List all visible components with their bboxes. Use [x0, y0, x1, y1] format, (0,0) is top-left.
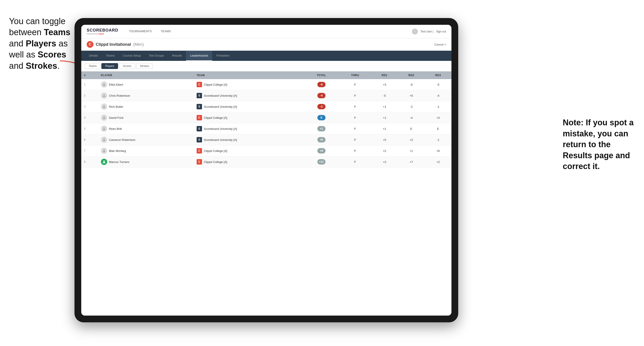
cell-rank: 1 [81, 79, 98, 90]
cell-thru: F [339, 123, 371, 134]
tab-teams[interactable]: Teams [102, 51, 119, 61]
table-row[interactable]: 1 Elliot Ebert C Clippd College [A] -8 F… [81, 79, 452, 90]
cell-team: S Scoreboard University [A] [194, 123, 304, 134]
cell-thru: F [339, 101, 371, 112]
cell-player: David Ford [98, 112, 194, 123]
col-rd2: RD2 [398, 71, 425, 79]
cell-thru: F [339, 134, 371, 145]
cell-team: C Clippd College [A] [194, 157, 304, 168]
svg-point-5 [104, 127, 105, 129]
user-label: Test User | [420, 30, 434, 33]
table-row[interactable]: 6 Cameron Robertson S Scoreboard Univers… [81, 134, 452, 145]
tournament-logo: C [87, 41, 94, 48]
tab-course-setup[interactable]: Course Setup [119, 51, 145, 61]
cell-player: Cameron Robertson [98, 134, 194, 145]
cell-rd3: -1 [424, 101, 452, 112]
table-row[interactable]: 8 Marcus Turners C Clippd College [A] +1… [81, 157, 452, 168]
players-table: # PLAYER TEAM TOTAL THRU RD1 RD2 RD3 1 [81, 71, 452, 168]
cell-rd2: -6 [398, 79, 425, 90]
cell-rd3: -1 [424, 134, 452, 145]
leaderboard-table: # PLAYER TEAM TOTAL THRU RD1 RD2 RD3 1 [81, 71, 452, 316]
cell-thru: F [339, 90, 371, 101]
cell-rd1: +1 [371, 123, 398, 134]
cell-thru: F [339, 79, 371, 90]
cell-player: Marcus Turners [98, 157, 194, 168]
nav-teams[interactable]: TEAMS [157, 28, 174, 35]
tablet-frame: SCOREBOARD Powered by clippd TOURNAMENTS… [74, 18, 458, 322]
toggle-scores[interactable]: Scores [119, 63, 135, 69]
cell-rd2: -2 [398, 101, 425, 112]
cell-team: S Scoreboard University [A] [194, 90, 304, 101]
tab-tee-groups[interactable]: Tee Groups [145, 51, 168, 61]
user-avatar: T [412, 29, 418, 34]
table-row[interactable]: 4 David Ford C Clippd College [A] E F +1… [81, 112, 452, 123]
cell-rd2: +5 [398, 90, 425, 101]
cell-total: +6 [304, 134, 339, 145]
col-rd3: RD3 [424, 71, 452, 79]
cell-player: Elliot Ebert [98, 79, 194, 90]
cell-rd3: +2 [424, 157, 452, 168]
header-right: T Test User | Sign out [412, 29, 446, 34]
toggle-teams[interactable]: Teams [85, 63, 100, 69]
app-header: SCOREBOARD Powered by clippd TOURNAMENTS… [81, 25, 452, 38]
toggle-players[interactable]: Players [101, 63, 118, 69]
col-thru: THRU [339, 71, 371, 79]
cell-total: +1 [304, 123, 339, 134]
tab-printables[interactable]: Printables [212, 51, 234, 61]
cell-rank: 4 [81, 112, 98, 123]
cell-total: -4 [304, 90, 339, 101]
tab-details[interactable]: Details [85, 51, 102, 61]
cell-rd3: -5 [424, 79, 452, 90]
tablet-screen: SCOREBOARD Powered by clippd TOURNAMENTS… [81, 25, 452, 316]
svg-point-6 [104, 138, 105, 140]
cell-player: Chris Robertson [98, 90, 194, 101]
sign-out-link[interactable]: Sign out [436, 30, 446, 33]
table-row[interactable]: 2 Chris Robertson S Scoreboard Universit… [81, 90, 452, 101]
cell-team: S Scoreboard University [A] [194, 134, 304, 145]
cell-total: -2 [304, 101, 339, 112]
cell-rank: 6 [81, 134, 98, 145]
cell-rd2: +2 [398, 134, 425, 145]
svg-point-1 [104, 83, 105, 85]
cell-rank: 8 [81, 157, 98, 168]
cell-player: Rees Britt [98, 123, 194, 134]
cell-rd1: +2 [371, 157, 398, 168]
svg-point-3 [104, 105, 105, 107]
cell-thru: F [339, 145, 371, 157]
scoreboard-logo: SCOREBOARD Powered by clippd [87, 28, 118, 35]
cell-player: Blair McHarg [98, 145, 194, 157]
cell-team: C Clippd College [A] [194, 145, 304, 157]
cell-rd1: -5 [371, 90, 398, 101]
cell-total: +8 [304, 145, 339, 157]
cell-rd2: +7 [398, 157, 425, 168]
cancel-button[interactable]: Cancel × [434, 43, 446, 46]
cell-team: C Clippd College [A] [194, 112, 304, 123]
tab-results[interactable]: Results [168, 51, 186, 61]
cell-rank: 5 [81, 123, 98, 134]
tournament-name: Clippd Invitational [96, 42, 131, 47]
svg-point-4 [104, 116, 105, 118]
cell-rd2: -4 [398, 112, 425, 123]
nav-tournaments[interactable]: TOURNAMENTS [126, 28, 155, 35]
cell-rank: 3 [81, 101, 98, 112]
cell-thru: F [339, 157, 371, 168]
table-row[interactable]: 7 Blair McHarg C Clippd College [A] +8 F… [81, 145, 452, 157]
cell-team: S Scoreboard University [A] [194, 101, 304, 112]
cell-rd1: +1 [371, 112, 398, 123]
cell-rank: 7 [81, 145, 98, 157]
col-player: PLAYER [98, 71, 194, 79]
cell-rd3: -4 [424, 90, 452, 101]
tournament-gender: (Men) [133, 42, 144, 47]
cell-rd1: +3 [371, 79, 398, 90]
cell-team: C Clippd College [A] [194, 79, 304, 90]
logo-main-text: SCOREBOARD [87, 28, 118, 33]
table-row[interactable]: 3 Rich Butler S Scoreboard University [A… [81, 101, 452, 112]
tab-leaderboards[interactable]: Leaderboards [186, 51, 212, 61]
table-row[interactable]: 5 Rees Britt S Scoreboard University [A]… [81, 123, 452, 134]
cell-total: +11 [304, 157, 339, 168]
tournament-header: C Clippd Invitational (Men) Cancel × [81, 38, 452, 51]
toggle-strokes[interactable]: Strokes [136, 63, 153, 69]
logo-sub-text: Powered by clippd [87, 33, 118, 35]
header-nav: TOURNAMENTS TEAMS [126, 28, 412, 35]
col-rank: # [81, 71, 98, 79]
